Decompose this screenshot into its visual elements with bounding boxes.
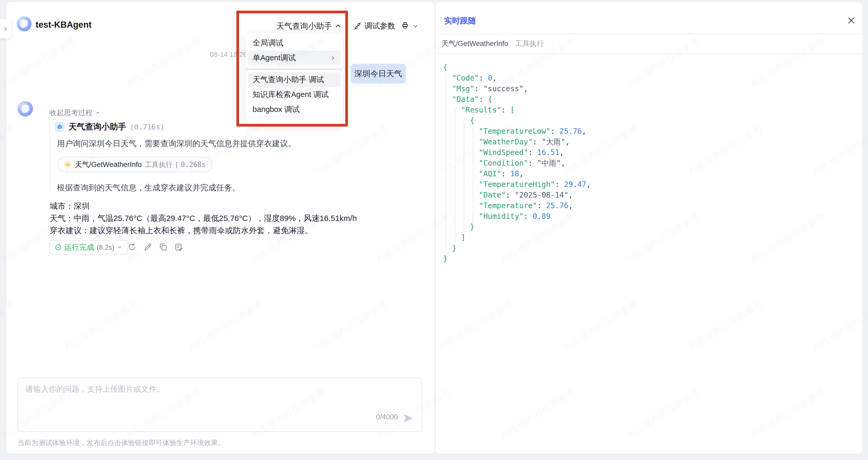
robot-icon — [55, 122, 65, 132]
regenerate-button[interactable] — [127, 242, 136, 252]
avatar-swirl-decoration — [20, 103, 31, 114]
sidebar-expand-handle[interactable] — [0, 19, 11, 38]
answer-line-weather: 天气：中雨，气温25.76°C（最高29.47°C，最低25.76°C），湿度8… — [50, 212, 427, 224]
collapse-thinking-label: 收起思考过程 — [50, 108, 92, 117]
assistant-avatar — [18, 101, 33, 116]
environment-note: 当前为测试体验环境，发布后点击体验链接即可体验生产环境效果。 — [18, 438, 225, 448]
answer-line-city: 城市：深圳 — [50, 200, 427, 212]
tool-separator: | — [176, 161, 178, 169]
brush-icon — [401, 22, 409, 31]
collapse-thinking-toggle[interactable]: 收起思考过程 — [50, 108, 100, 117]
plug-icon — [353, 22, 362, 30]
answer-line-advice: 穿衣建议：建议穿轻薄长袖上衣和长裤，携带雨伞或防水外套，避免淋湿。 — [50, 224, 427, 237]
char-counter: 0/4000 — [376, 413, 398, 421]
message-composer: 0/4000 — [18, 378, 422, 432]
app-root: test-KBAgent 天气查询小助手 调试参数 — [0, 0, 868, 460]
page-title: test-KBAgent — [36, 20, 92, 30]
feedback-note-button[interactable] — [174, 242, 183, 252]
agent-avatar — [17, 17, 32, 31]
run-duration: (8.2s) — [97, 243, 114, 252]
thinking-agent-name: 天气查询小助手 — [68, 121, 126, 133]
run-status-label: 运行完成 — [64, 242, 94, 252]
chevron-down-icon — [412, 23, 418, 29]
thinking-agent-duration: (0.716s) — [130, 123, 164, 131]
send-button[interactable] — [402, 412, 414, 424]
tool-name: 天气/GetWeatherInfo — [75, 160, 142, 169]
edit-button[interactable] — [144, 242, 152, 252]
debug-params-label: 调试参数 — [364, 21, 395, 31]
trace-tool-name[interactable]: 天气/GetWeatherInfo — [441, 39, 508, 48]
trace-breadcrumb: 天气/GetWeatherInfo 工具执行 — [441, 39, 544, 48]
tool-duration: 0.268s — [181, 161, 206, 169]
chevron-right-icon — [3, 26, 8, 32]
thinking-text: 根据查询到的天气信息，生成穿衣建议并完成任务。 — [57, 182, 413, 193]
copy-button[interactable] — [159, 242, 168, 252]
debug-params-button[interactable]: 调试参数 — [353, 21, 395, 31]
panel-divider — [436, 33, 862, 34]
message-input[interactable] — [26, 384, 392, 416]
agent-selector-dropdown[interactable]: 天气查询小助手 — [276, 20, 342, 32]
tool-action-label: 工具执行 — [145, 160, 173, 169]
clear-context-button[interactable] — [401, 20, 418, 32]
thinking-agent-header: 天气查询小助手 (0.716s) — [55, 121, 164, 133]
close-icon[interactable] — [847, 16, 856, 25]
panel-divider — [436, 54, 862, 54]
trace-step-label: 工具执行 — [515, 39, 544, 48]
chevron-up-icon — [95, 110, 100, 115]
sun-icon — [64, 161, 72, 169]
check-circle-icon — [55, 244, 62, 251]
avatar-swirl-decoration — [19, 18, 30, 30]
code-block[interactable]: { "Code": 0, "Msg": "success", "Data": {… — [443, 62, 591, 264]
thinking-timeline-rule — [50, 120, 50, 192]
panel-title: 实时跟随 — [444, 16, 476, 26]
agent-selector-label: 天气查询小助手 — [276, 21, 332, 32]
chevron-up-icon — [335, 23, 342, 30]
tool-execution-chip[interactable]: 天气/GetWeatherInfo 工具执行 | 0.268s — [57, 157, 213, 172]
user-message-bubble: 深圳今日天气 — [350, 64, 406, 84]
chevron-down-icon — [117, 245, 122, 250]
assistant-answer: 城市：深圳 天气：中雨，气温25.76°C（最高29.47°C，最低25.76°… — [50, 200, 427, 237]
thinking-text: 用户询问深圳今日天气，需要查询深圳的天气信息并提供穿衣建议。 — [57, 138, 413, 149]
run-status-chip[interactable]: 运行完成 (8.2s) — [50, 240, 127, 255]
